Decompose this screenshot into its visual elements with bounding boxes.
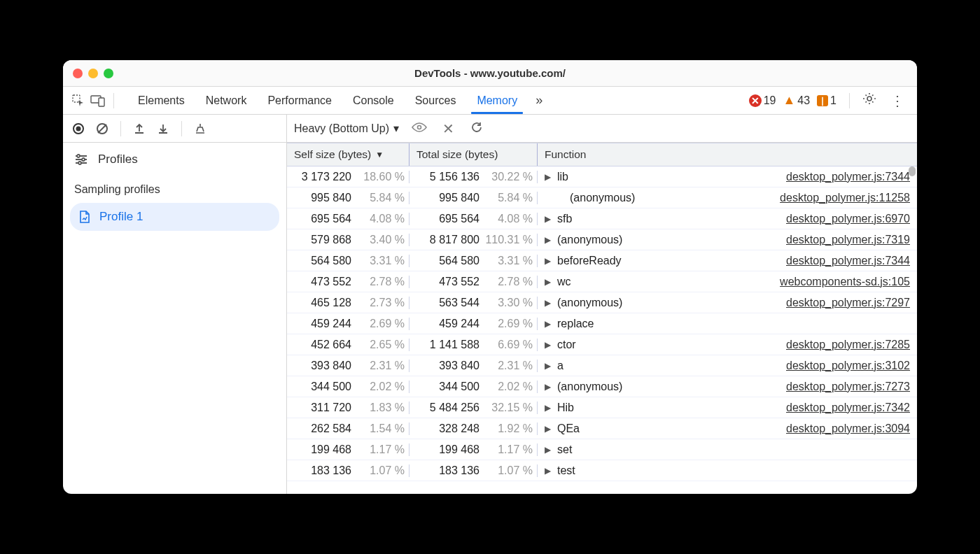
table-row[interactable]: 459 2442.69 %459 2442.69 %▶replace [287, 313, 917, 334]
table-row[interactable]: 344 5002.02 %344 5002.02 %▶(anonymous)de… [287, 376, 917, 397]
table-row[interactable]: 579 8683.40 %8 817 800110.31 %▶(anonymou… [287, 229, 917, 250]
self-pct: 1.07 % [354, 464, 405, 477]
self-pct: 2.73 % [354, 297, 405, 309]
source-link[interactable]: desktop_polymer.js:7273 [786, 381, 910, 393]
scrollbar-thumb[interactable] [909, 166, 916, 176]
source-link[interactable]: desktop_polymer.js:3094 [786, 422, 910, 435]
cell-self-size: 465 1282.73 % [287, 297, 410, 309]
disclosure-icon[interactable]: ▶ [545, 361, 552, 371]
issues-count[interactable]: ❘ 1 [817, 94, 836, 107]
cell-function: ▶test [538, 464, 917, 477]
self-value: 344 500 [291, 381, 351, 393]
table-row[interactable]: 995 8405.84 %995 8405.84 %(anonymous)des… [287, 187, 917, 208]
cell-total-size: 459 2442.69 % [410, 318, 538, 330]
disclosure-icon[interactable]: ▶ [545, 235, 552, 245]
col-function[interactable]: Function [538, 143, 917, 166]
disclosure-icon[interactable]: ▶ [545, 277, 552, 287]
table-row[interactable]: 183 1361.07 %183 1361.07 %▶test [287, 460, 917, 481]
devtools-window: DevTools - www.youtube.com/ Elements Net… [63, 60, 917, 494]
record-icon[interactable] [67, 118, 90, 140]
table-row[interactable]: 695 5644.08 %695 5644.08 %▶sfbdesktop_po… [287, 208, 917, 229]
tab-sources[interactable]: Sources [405, 87, 466, 114]
profile-item-1[interactable]: Profile 1 [70, 203, 279, 231]
close-icon[interactable]: ✕ [440, 120, 457, 137]
load-profile-icon[interactable] [128, 118, 150, 140]
total-value: 5 484 256 [419, 402, 479, 414]
tab-console[interactable]: Console [343, 87, 404, 114]
reload-icon[interactable] [467, 120, 486, 137]
cell-self-size: 452 6642.65 % [287, 339, 410, 351]
save-profile-icon[interactable] [152, 118, 174, 140]
source-link[interactable]: desktop_polymer.js:7342 [786, 402, 910, 414]
eye-icon[interactable] [409, 122, 430, 136]
self-pct: 2.69 % [354, 318, 405, 330]
total-value: 459 244 [419, 318, 479, 330]
source-link[interactable]: desktop_polymer.js:7285 [786, 339, 910, 351]
sidebar-toolbar [63, 115, 286, 143]
svg-point-13 [78, 162, 81, 164]
col-self-size[interactable]: Self size (bytes) ▼ [287, 143, 410, 166]
view-mode-select[interactable]: Heavy (Bottom Up) ▾ [294, 122, 399, 135]
tab-performance[interactable]: Performance [258, 87, 342, 114]
disclosure-icon[interactable]: ▶ [545, 256, 552, 266]
top-toolbar: Elements Network Performance Console Sou… [63, 87, 917, 115]
disclosure-icon[interactable]: ▶ [545, 298, 552, 308]
warning-count-value: 43 [797, 94, 810, 107]
table-row[interactable]: 262 5841.54 %328 2481.92 %▶QEadesktop_po… [287, 418, 917, 439]
cell-total-size: 393 8402.31 % [410, 360, 538, 372]
minimize-window-button[interactable] [88, 69, 98, 78]
col-self-label: Self size (bytes) [294, 148, 371, 161]
tab-elements[interactable]: Elements [128, 87, 195, 114]
disclosure-icon[interactable]: ▶ [545, 319, 552, 329]
self-pct: 4.08 % [354, 213, 405, 225]
table-row[interactable]: 564 5803.31 %564 5803.31 %▶beforeReadyde… [287, 250, 917, 271]
disclosure-icon[interactable]: ▶ [545, 172, 552, 182]
warning-count[interactable]: ▲ 43 [783, 93, 810, 108]
table-row[interactable]: 3 173 22018.60 %5 156 13630.22 %▶libdesk… [287, 166, 917, 187]
close-window-button[interactable] [73, 69, 83, 78]
function-name: lib [557, 171, 780, 183]
source-link[interactable]: desktop_polymer.js:7344 [786, 255, 910, 267]
error-count[interactable]: ✕ 19 [749, 94, 776, 107]
settings-icon[interactable] [857, 92, 882, 109]
maximize-window-button[interactable] [104, 69, 113, 78]
disclosure-icon[interactable]: ▶ [545, 403, 552, 413]
disclosure-icon[interactable]: ▶ [545, 340, 552, 350]
source-link[interactable]: desktop_polymer.js:7297 [786, 297, 910, 309]
table-row[interactable]: 311 7201.83 %5 484 25632.15 %▶Hibdesktop… [287, 397, 917, 418]
tab-memory[interactable]: Memory [467, 87, 527, 114]
table-row[interactable]: 393 8402.31 %393 8402.31 %▶adesktop_poly… [287, 355, 917, 376]
inspect-element-icon[interactable] [70, 92, 87, 109]
col-function-label: Function [545, 148, 586, 161]
total-pct: 110.31 % [482, 234, 533, 246]
more-options-icon[interactable]: ⋮ [885, 92, 910, 109]
source-link[interactable]: desktop_polymer.js:11258 [780, 192, 910, 204]
cell-total-size: 328 2481.92 % [410, 422, 538, 435]
source-link[interactable]: desktop_polymer.js:3102 [786, 360, 910, 372]
cell-self-size: 344 5002.02 % [287, 381, 410, 393]
table-row[interactable]: 473 5522.78 %473 5522.78 %▶wcwebcomponen… [287, 271, 917, 292]
table-body[interactable]: 3 173 22018.60 %5 156 13630.22 %▶libdesk… [287, 166, 917, 494]
clear-icon[interactable] [91, 118, 113, 140]
disclosure-icon[interactable]: ▶ [545, 466, 552, 476]
disclosure-icon[interactable]: ▶ [545, 445, 552, 455]
main: Heavy (Bottom Up) ▾ ✕ Self size (bytes) … [287, 115, 917, 494]
disclosure-icon[interactable]: ▶ [545, 382, 552, 392]
source-link[interactable]: desktop_polymer.js:6970 [786, 213, 910, 225]
source-link[interactable]: webcomponents-sd.js:105 [780, 276, 910, 288]
tab-network[interactable]: Network [196, 87, 257, 114]
source-link[interactable]: desktop_polymer.js:7344 [786, 171, 910, 183]
collect-garbage-icon[interactable] [189, 118, 211, 140]
more-tabs-icon[interactable]: » [528, 93, 550, 108]
table-row[interactable]: 452 6642.65 %1 141 5886.69 %▶ctordesktop… [287, 334, 917, 355]
table-row[interactable]: 199 4681.17 %199 4681.17 %▶set [287, 439, 917, 460]
issue-counts: ✕ 19 ▲ 43 ❘ 1 [749, 93, 836, 108]
disclosure-icon[interactable]: ▶ [545, 214, 552, 224]
col-total-size[interactable]: Total size (bytes) [410, 143, 538, 166]
total-pct: 2.69 % [482, 318, 533, 330]
source-link[interactable]: desktop_polymer.js:7319 [786, 234, 910, 246]
self-value: 262 584 [291, 422, 351, 435]
table-row[interactable]: 465 1282.73 %563 5443.30 %▶(anonymous)de… [287, 292, 917, 313]
device-toolbar-icon[interactable] [90, 92, 106, 109]
disclosure-icon[interactable]: ▶ [545, 424, 552, 434]
